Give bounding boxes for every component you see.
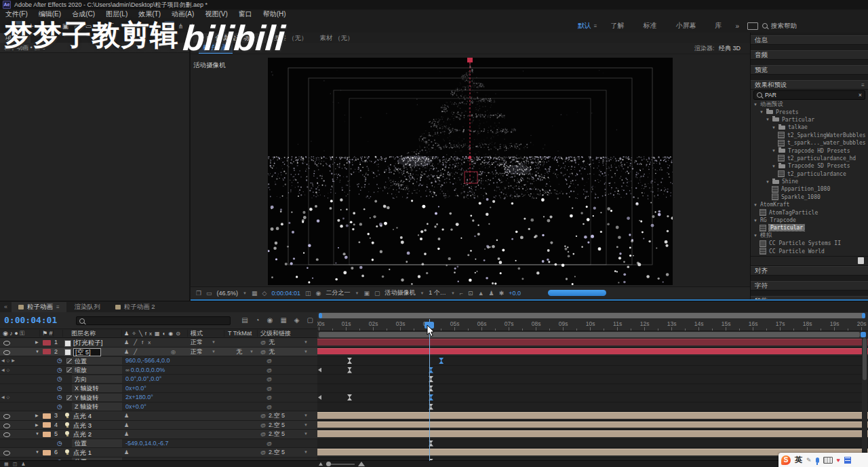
- snapshot-icon[interactable]: ❐: [196, 290, 201, 297]
- rotate-tool-icon[interactable]: ↻: [49, 21, 59, 31]
- channel-icon[interactable]: ◉: [316, 290, 321, 297]
- expand-icon[interactable]: ▶: [35, 338, 39, 347]
- pickwhip-icon[interactable]: @: [267, 366, 272, 375]
- caret-down-icon[interactable]: ▼: [766, 180, 770, 184]
- tree-item-Presets[interactable]: ▼Presets: [751, 108, 868, 115]
- local-axis-icon[interactable]: ⋔: [164, 21, 174, 31]
- property-row-位置[interactable]: ◷位置-549.0,14.0,-6.7@: [0, 439, 868, 449]
- render-toggle-icon[interactable]: ▦: [4, 462, 9, 467]
- stopwatch-icon[interactable]: ◷: [57, 439, 62, 448]
- label-color-chip[interactable]: [43, 349, 51, 354]
- roi-icon[interactable]: ▣: [363, 290, 370, 297]
- menu-item-动画A[interactable]: 动画(A): [166, 10, 199, 19]
- layer-switches[interactable]: ♟: [124, 421, 134, 430]
- row-track-4[interactable]: [317, 375, 868, 384]
- layer-duration-bar[interactable]: [317, 348, 868, 355]
- property-row-Y 轴旋转[interactable]: ◀◇◷Y 轴旋转2x+180.0°@: [0, 393, 868, 403]
- caret-down-icon[interactable]: ▼: [753, 102, 757, 107]
- settings-toggle-icon[interactable]: ♟: [21, 462, 25, 467]
- stopwatch-icon[interactable]: ◷: [57, 384, 62, 393]
- playhead[interactable]: [429, 319, 430, 461]
- layer-name-header[interactable]: 图层名称: [71, 329, 96, 338]
- pickwhip-icon[interactable]: @: [260, 348, 266, 356]
- menu-item-窗口[interactable]: 窗口: [233, 10, 258, 19]
- zoom-in-icon[interactable]: [358, 462, 365, 466]
- pickwhip-icon[interactable]: @: [267, 356, 272, 365]
- tree-item-t_spark..._water_bubbles[interactable]: t_spark..._water_bubbles: [751, 139, 868, 147]
- layer-row-5[interactable]: ▼5点光 2♟@2.空 5▼: [0, 430, 868, 439]
- parent-dropdown[interactable]: 2.空 5: [269, 411, 285, 420]
- layer-row-2[interactable]: ▼2[空 5]♟╱◎正常▼无▼@无▼: [0, 348, 868, 357]
- tree-item-动画预设[interactable]: ▼动画预设: [751, 100, 868, 108]
- blend-mode-dropdown[interactable]: 正常: [191, 338, 203, 347]
- row-track-11[interactable]: [317, 439, 868, 449]
- label-color-chip[interactable]: [43, 340, 51, 345]
- panel-menu-icon[interactable]: ≡: [861, 82, 865, 88]
- selection-tool-icon[interactable]: ►: [14, 21, 24, 31]
- help-search-box[interactable]: 搜索帮助: [762, 22, 864, 31]
- scrollbar-thumb[interactable]: [863, 338, 867, 380]
- row-track-6[interactable]: [317, 393, 868, 403]
- caret-down-icon[interactable]: ▼: [760, 110, 764, 114]
- layer-duration-bar[interactable]: [317, 412, 868, 419]
- pickwhip-icon[interactable]: @: [267, 375, 272, 384]
- pickwhip-icon[interactable]: @: [260, 421, 266, 430]
- expand-icon[interactable]: ▶: [35, 421, 39, 430]
- layer-row-4[interactable]: ▶4点光 3♟@2.空 5▼: [0, 421, 868, 430]
- panel-menu-icon[interactable]: ≡: [258, 35, 262, 41]
- camera-snapshot-icon[interactable]: ◫: [305, 290, 311, 297]
- workspace-menu-icon[interactable]: ≡: [594, 23, 597, 29]
- eye-icon[interactable]: [3, 341, 10, 345]
- property-name[interactable]: 缩放: [72, 366, 122, 374]
- workspace-了解[interactable]: 了解: [601, 21, 633, 31]
- stopwatch-icon[interactable]: ◷: [57, 366, 62, 375]
- panel-header-信息[interactable]: 信息: [751, 35, 868, 45]
- tab-comp-viewer[interactable]: 粒子动画: [199, 43, 233, 54]
- row-track-8[interactable]: [317, 411, 868, 421]
- sogou-logo-icon[interactable]: S: [781, 455, 791, 465]
- layer-name[interactable]: 点光 3: [73, 421, 92, 430]
- graph-editor-icon[interactable]: ▢: [307, 316, 313, 324]
- pan-behind-tool-icon[interactable]: ⊞: [72, 21, 82, 31]
- collapse-icon[interactable]: ▼: [35, 348, 39, 356]
- composition-mini-flowchart-icon[interactable]: ▤: [241, 316, 248, 324]
- panel-header-音频[interactable]: 音频: [751, 50, 868, 60]
- caret-down-icon[interactable]: ▼: [766, 117, 770, 122]
- exposure-value[interactable]: +0.0: [509, 290, 521, 297]
- ime-pen-icon[interactable]: ✎: [806, 457, 812, 464]
- layer-name[interactable]: 点光 4: [73, 411, 92, 420]
- parent-dropdown[interactable]: 2.空 5: [269, 421, 285, 430]
- row-track-1[interactable]: [317, 348, 868, 357]
- expand-icon[interactable]: ▶: [35, 411, 39, 420]
- label-color-chip[interactable]: [43, 413, 51, 419]
- status-timecode[interactable]: 0:00:04:01: [272, 290, 301, 297]
- menu-item-编辑E[interactable]: 编辑(E): [33, 10, 66, 19]
- menu-item-图层L[interactable]: 图层(L): [100, 10, 133, 19]
- layer-duration-bar[interactable]: [317, 339, 868, 345]
- work-area-end-handle[interactable]: [861, 332, 866, 337]
- layer-duration-bar[interactable]: [317, 430, 868, 437]
- grid-guides-icon[interactable]: ▦: [252, 290, 258, 297]
- row-track-7[interactable]: [317, 403, 868, 412]
- trkmat-header[interactable]: T TrkMat: [228, 329, 252, 338]
- parent-dropdown[interactable]: 无: [269, 338, 275, 347]
- flowchart-icon[interactable]: ♟: [489, 290, 494, 297]
- tree-item-AtomTagParticle[interactable]: AtomTagParticle: [751, 208, 868, 216]
- label-color-chip[interactable]: [43, 432, 51, 437]
- tree-item-Trapcode HD Presets[interactable]: ▼Trapcode HD Presets: [751, 147, 868, 154]
- shy-toggle-icon[interactable]: ◉: [267, 316, 273, 324]
- row-track-10[interactable]: [317, 430, 868, 439]
- tab-timeline-0[interactable]: 粒子动画≡: [12, 302, 66, 312]
- menu-item-视图V[interactable]: 视图(V): [199, 10, 233, 19]
- stopwatch-icon[interactable]: ◷: [57, 403, 62, 411]
- timeline-button-icon[interactable]: ▲: [478, 290, 484, 297]
- label-color-chip[interactable]: [43, 422, 51, 428]
- layer-row-3[interactable]: ▶3点光 4♟@2.空 5▼: [0, 411, 868, 421]
- panel-header-对齐[interactable]: 对齐: [751, 266, 868, 276]
- menu-item-效果T[interactable]: 效果(T): [133, 10, 166, 19]
- ime-favorite-icon[interactable]: ♥: [837, 457, 840, 464]
- tree-item-AtomKraft[interactable]: ▼AtomKraft: [751, 201, 868, 208]
- camera-tool-icon[interactable]: ▣: [60, 21, 71, 31]
- panel-header-预览[interactable]: 预览: [751, 65, 868, 75]
- shape-tool-icon[interactable]: ▭: [83, 21, 94, 31]
